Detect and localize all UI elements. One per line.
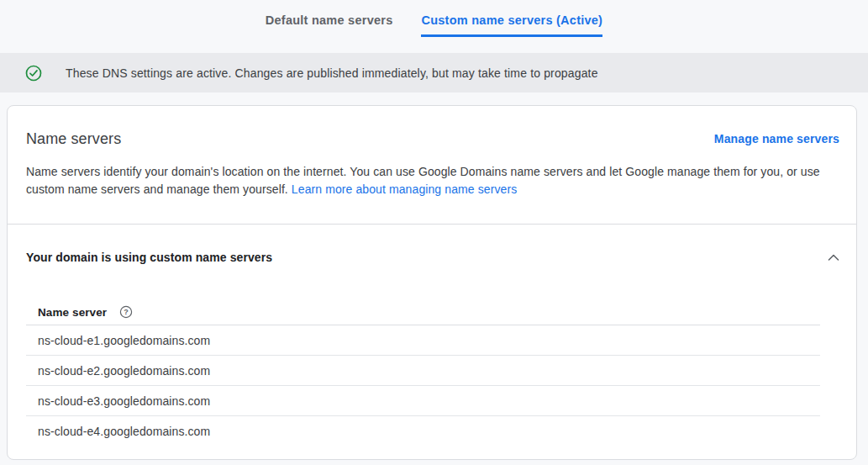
card-top-section: Name servers Manage name servers Name se… xyxy=(8,106,856,224)
name-server-tabs: Default name servers Custom name servers… xyxy=(0,0,868,53)
table-row: ns-cloud-e1.googledomains.com xyxy=(26,325,820,356)
card-title: Name servers xyxy=(26,128,121,150)
table-header-row: Name server ? xyxy=(26,299,820,325)
name-server-table: Name server ? ns-cloud-e1.googledomains.… xyxy=(26,299,820,447)
manage-name-servers-link[interactable]: Manage name servers xyxy=(714,132,839,145)
svg-text:?: ? xyxy=(124,308,129,316)
card-description: Name servers identify your domain's loca… xyxy=(26,163,823,198)
custom-name-servers-section: Your domain is using custom name servers… xyxy=(8,224,856,459)
help-icon[interactable]: ? xyxy=(119,305,133,319)
tab-custom-name-servers[interactable]: Custom name servers (Active) xyxy=(421,0,602,37)
table-row: ns-cloud-e2.googledomains.com xyxy=(26,356,820,386)
section-title: Your domain is using custom name servers xyxy=(26,249,272,266)
collapse-section-button[interactable] xyxy=(823,248,844,267)
learn-more-link[interactable]: Learn more about managing name servers xyxy=(292,182,517,196)
name-server-column-header: Name server xyxy=(38,306,107,319)
table-row: ns-cloud-e4.googledomains.com xyxy=(26,416,820,447)
check-circle-icon xyxy=(25,65,42,82)
tab-default-name-servers[interactable]: Default name servers xyxy=(266,0,393,37)
chevron-up-icon xyxy=(828,254,839,261)
name-servers-card: Name servers Manage name servers Name se… xyxy=(7,105,857,460)
dns-active-banner: These DNS settings are active. Changes a… xyxy=(0,53,868,92)
banner-message: These DNS settings are active. Changes a… xyxy=(66,66,598,80)
table-row: ns-cloud-e3.googledomains.com xyxy=(26,386,820,416)
